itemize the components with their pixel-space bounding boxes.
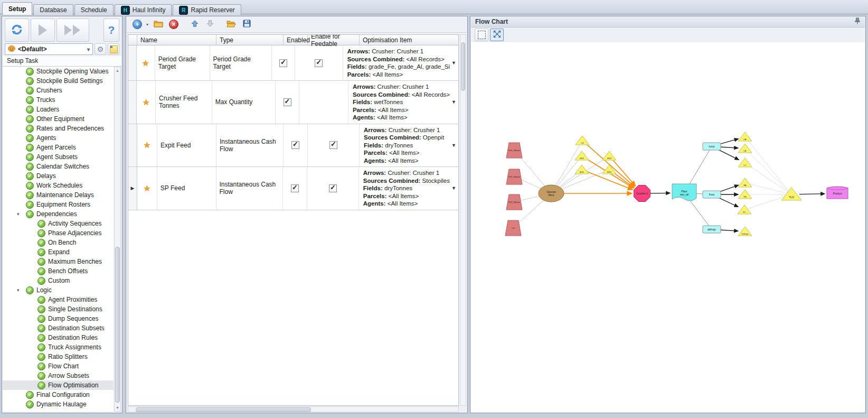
column-header-optimisation-item[interactable]: Optimisation Item xyxy=(360,35,458,45)
dropdown-icon[interactable]: ▼ xyxy=(451,99,456,105)
tree-item-bench-offsets[interactable]: ✓Bench Offsets xyxy=(3,266,114,276)
tree-item-expand[interactable]: ✓Expand xyxy=(3,247,114,257)
tab-rapid-reserver[interactable]: RRapid Reserver xyxy=(173,4,241,15)
table-row-period-grade-target[interactable]: ★Period Grade TargetPeriod Grade TargetA… xyxy=(128,45,458,81)
optimisation-item-cell[interactable]: Arrows: Crusher: Crusher 1Sources Combin… xyxy=(348,81,458,124)
favourite-cell[interactable]: ★ xyxy=(137,124,157,167)
tree-item-crushers[interactable]: ✓Crushers xyxy=(3,86,114,95)
tree-item-work-schedules[interactable]: ✓Work Schedules xyxy=(3,181,114,190)
tree-item-equipment-rosters[interactable]: ✓Equipment Rosters xyxy=(3,200,114,209)
move-down-button[interactable] xyxy=(203,18,217,31)
run-button[interactable] xyxy=(31,18,55,42)
dropdown-icon[interactable]: ▼ xyxy=(451,60,456,66)
type-cell[interactable]: Period Grade Target xyxy=(210,45,272,80)
column-header-name[interactable]: Name xyxy=(137,35,216,45)
enabled-checkbox[interactable] xyxy=(291,141,299,149)
favourite-cell[interactable]: ★ xyxy=(137,81,156,124)
tree-item-agents[interactable]: ✓Agents xyxy=(3,133,114,143)
tree-item-dump-sequences[interactable]: ✓Dump Sequences xyxy=(3,314,114,323)
scenario-dropdown[interactable]: <Default> ▾ xyxy=(5,43,93,55)
optimisation-item-cell[interactable]: Arrows: Crusher: Crusher 1Sources Combin… xyxy=(343,45,458,80)
feedable-checkbox[interactable] xyxy=(329,141,337,149)
expander-icon[interactable]: ▾ xyxy=(17,287,20,293)
tab-setup[interactable]: Setup xyxy=(2,2,32,15)
tab-haul-infinity[interactable]: HHaul Infinity xyxy=(115,4,172,15)
tree-item-agent-proximities[interactable]: ✓Agent Proximities xyxy=(3,295,114,304)
name-cell[interactable]: Crusher Feed Tonnes xyxy=(156,81,212,124)
dropdown-icon[interactable]: ▼ xyxy=(451,143,456,148)
table-row-crusher-feed-tonnes[interactable]: ★Crusher Feed TonnesMax QuantityArrows: … xyxy=(128,81,458,124)
tab-database[interactable]: Database xyxy=(33,4,73,15)
tab-schedule[interactable]: Schedule xyxy=(74,4,114,15)
marquee-select-button[interactable] xyxy=(475,29,488,41)
tree-item-phase-adjacencies[interactable]: ✓Phase Adjacencies xyxy=(3,228,114,238)
tree-item-ratio-splitters[interactable]: ✓Ratio Splitters xyxy=(3,352,114,361)
tree-item-dependencies[interactable]: ▾✓Dependencies xyxy=(3,209,114,219)
tree-item-agent-subsets[interactable]: ✓Agent Subsets xyxy=(3,152,114,162)
feedable-checkbox[interactable] xyxy=(315,59,323,67)
delete-button[interactable]: × xyxy=(167,18,181,31)
tree-item-rates-and-precedences[interactable]: ✓Rates and Precedences xyxy=(3,124,114,133)
table-vscroll-thumb[interactable] xyxy=(461,42,465,91)
tree-item-calendar-switches[interactable]: ✓Calendar Switches xyxy=(3,162,114,171)
help-button[interactable]: ? xyxy=(103,18,119,42)
tree-item-trucks[interactable]: ✓Trucks xyxy=(3,95,114,105)
tree-item-activity-sequences[interactable]: ✓Activity Sequences xyxy=(3,219,114,228)
expander-icon[interactable]: ▾ xyxy=(17,211,20,217)
tree-item-stockpile-build-settings[interactable]: ✓Stockpile Build Settings xyxy=(3,76,114,86)
flow-chart-canvas[interactable]: Pit1_WastePit2_WastePit3_WasteLGOpenpitM… xyxy=(471,42,865,412)
name-cell[interactable]: Expit Feed xyxy=(157,124,216,167)
tree-item-final-configuration[interactable]: ✓Final Configuration xyxy=(3,390,114,400)
optimisation-item-cell[interactable]: Arrows: Crusher: Crusher 1Sources Combin… xyxy=(359,167,458,210)
dropdown-icon[interactable]: ▼ xyxy=(451,185,456,191)
column-header-enable-for-feedable[interactable]: Enable for Feedable xyxy=(308,35,360,45)
feedable-checkbox[interactable] xyxy=(329,184,337,192)
tree-item-destination-subsets[interactable]: ✓Destination Subsets xyxy=(3,323,114,333)
move-up-button[interactable] xyxy=(188,18,202,31)
import-button[interactable] xyxy=(224,18,238,31)
tree-scrollbar-thumb[interactable] xyxy=(115,247,120,403)
edit-button[interactable] xyxy=(152,18,165,31)
name-cell[interactable]: SP Feed xyxy=(157,167,216,210)
tree-item-maintenance-delays[interactable]: ✓Maintenance Delays xyxy=(3,190,114,200)
enabled-checkbox[interactable] xyxy=(284,98,291,106)
tree-item-flow-chart[interactable]: ✓Flow Chart xyxy=(3,361,114,371)
enabled-checkbox[interactable] xyxy=(291,184,299,192)
enabled-checkbox[interactable] xyxy=(279,59,287,67)
refresh-button[interactable] xyxy=(5,18,29,42)
tree-item-agent-parcels[interactable]: ✓Agent Parcels xyxy=(3,143,114,152)
tree-item-dynamic-haulage[interactable]: ✓Dynamic Haulage xyxy=(3,400,114,409)
scroll-down-icon[interactable]: ▼ xyxy=(115,404,120,411)
name-cell[interactable]: Period Grade Target xyxy=(155,45,210,80)
optimisation-item-cell[interactable]: Arrows: Crusher: Crusher 1Sources Combin… xyxy=(360,124,458,167)
scroll-up-icon[interactable]: ▲ xyxy=(115,67,120,74)
table-hscroll-thumb[interactable] xyxy=(136,407,311,412)
tree-item-stockpile-opening-values[interactable]: ✓Stockpile Opening Values xyxy=(3,67,114,76)
save-button[interactable] xyxy=(240,18,253,31)
notes-button[interactable] xyxy=(108,43,119,55)
tree-item-arrow-subsets[interactable]: ✓Arrow Subsets xyxy=(3,371,114,380)
run-all-button[interactable] xyxy=(56,18,89,42)
type-cell[interactable]: Instantaneous Cash Flow xyxy=(216,167,284,210)
tree-item-flow-optimisation[interactable]: ✓Flow Optimisation xyxy=(3,380,114,390)
column-header-type[interactable]: Type xyxy=(216,35,284,45)
type-cell[interactable]: Instantaneous Cash Flow xyxy=(216,124,284,167)
add-button[interactable]: + ▾ xyxy=(131,18,150,31)
tree-item-loaders[interactable]: ✓Loaders xyxy=(3,105,114,114)
tree-item-on-bench[interactable]: ✓On Bench xyxy=(3,238,114,247)
tree-item-logic[interactable]: ▾✓Logic xyxy=(3,285,114,295)
table-row-expit-feed[interactable]: ★Expit FeedInstantaneous Cash FlowArrows… xyxy=(128,124,458,168)
column-header-enabled[interactable]: Enabled xyxy=(284,35,308,45)
favourite-cell[interactable]: ★ xyxy=(137,167,157,210)
favourite-cell[interactable]: ★ xyxy=(137,45,155,80)
type-cell[interactable]: Max Quantity xyxy=(212,81,276,124)
tree-item-maximum-benches[interactable]: ✓Maximum Benches xyxy=(3,257,114,266)
tree-scrollbar[interactable]: ▲ ▼ xyxy=(114,67,121,412)
zoom-fit-button[interactable] xyxy=(490,29,504,41)
table-row-sp-feed[interactable]: ▶★SP FeedInstantaneous Cash FlowArrows: … xyxy=(128,167,458,210)
tree-item-custom[interactable]: ✓Custom xyxy=(3,276,114,285)
tree-item-other-equipment[interactable]: ✓Other Equipment xyxy=(3,114,114,124)
tree-item-truck-assignments[interactable]: ✓Truck Assignments xyxy=(3,342,114,352)
scenario-settings-button[interactable]: ⚙ xyxy=(95,43,106,55)
tree-item-destination-rules[interactable]: ✓Destination Rules xyxy=(3,333,114,342)
